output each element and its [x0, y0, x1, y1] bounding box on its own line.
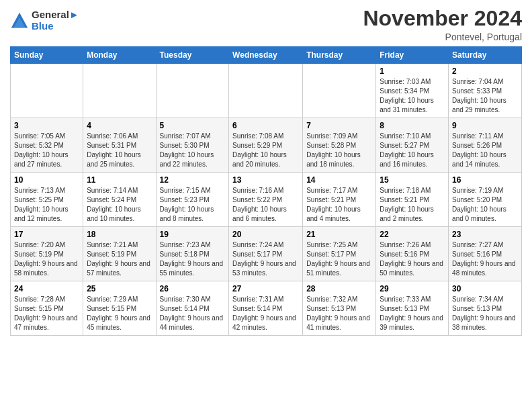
table-row: 3Sunrise: 7:05 AMSunset: 5:32 PMDaylight…	[11, 118, 83, 173]
day-number: 11	[87, 175, 152, 185]
title-block: November 2024 Pontevel, Portugal	[363, 7, 522, 42]
table-row: 16Sunrise: 7:19 AMSunset: 5:20 PMDayligh…	[449, 173, 522, 227]
day-number: 30	[452, 284, 518, 293]
table-row: 21Sunrise: 7:25 AMSunset: 5:17 PMDayligh…	[303, 227, 376, 281]
day-info: Sunrise: 7:11 AMSunset: 5:26 PMDaylight:…	[452, 132, 518, 169]
table-row: 23Sunrise: 7:27 AMSunset: 5:16 PMDayligh…	[449, 227, 522, 281]
table-row	[303, 64, 376, 118]
calendar-week-row: 17Sunrise: 7:20 AMSunset: 5:19 PMDayligh…	[11, 227, 522, 281]
table-row: 29Sunrise: 7:33 AMSunset: 5:13 PMDayligh…	[376, 281, 449, 336]
col-saturday: Saturday	[449, 47, 522, 64]
day-info: Sunrise: 7:27 AMSunset: 5:16 PMDaylight:…	[452, 240, 518, 278]
day-info: Sunrise: 7:03 AMSunset: 5:34 PMDaylight:…	[380, 77, 445, 115]
table-row: 26Sunrise: 7:30 AMSunset: 5:14 PMDayligh…	[156, 281, 229, 336]
day-info: Sunrise: 7:10 AMSunset: 5:27 PMDaylight:…	[380, 132, 445, 169]
table-row: 7Sunrise: 7:09 AMSunset: 5:28 PMDaylight…	[303, 118, 376, 173]
table-row: 4Sunrise: 7:06 AMSunset: 5:31 PMDaylight…	[83, 118, 156, 173]
day-number: 10	[14, 175, 79, 185]
calendar-table: Sunday Monday Tuesday Wednesday Thursday…	[10, 46, 522, 336]
day-number: 25	[87, 284, 152, 293]
day-info: Sunrise: 7:28 AMSunset: 5:15 PMDaylight:…	[14, 295, 79, 332]
table-row: 10Sunrise: 7:13 AMSunset: 5:25 PMDayligh…	[11, 173, 83, 227]
day-info: Sunrise: 7:26 AMSunset: 5:16 PMDaylight:…	[380, 240, 445, 278]
col-sunday: Sunday	[11, 47, 83, 64]
day-info: Sunrise: 7:21 AMSunset: 5:19 PMDaylight:…	[87, 240, 152, 278]
day-number: 13	[232, 175, 299, 185]
day-info: Sunrise: 7:32 AMSunset: 5:13 PMDaylight:…	[306, 295, 372, 332]
day-info: Sunrise: 7:06 AMSunset: 5:31 PMDaylight:…	[87, 132, 152, 169]
day-number: 23	[452, 230, 518, 239]
table-row	[156, 64, 229, 118]
day-number: 15	[380, 175, 445, 185]
table-row	[229, 64, 303, 118]
table-row: 19Sunrise: 7:23 AMSunset: 5:18 PMDayligh…	[156, 227, 229, 281]
day-number: 14	[306, 175, 372, 185]
table-row: 13Sunrise: 7:16 AMSunset: 5:22 PMDayligh…	[229, 173, 303, 227]
day-info: Sunrise: 7:34 AMSunset: 5:13 PMDaylight:…	[452, 295, 518, 332]
day-number: 17	[14, 230, 79, 239]
table-row: 27Sunrise: 7:31 AMSunset: 5:14 PMDayligh…	[229, 281, 303, 336]
day-number: 4	[87, 121, 152, 130]
table-row	[83, 64, 156, 118]
col-monday: Monday	[83, 47, 156, 64]
table-row: 9Sunrise: 7:11 AMSunset: 5:26 PMDaylight…	[449, 118, 522, 173]
table-row: 14Sunrise: 7:17 AMSunset: 5:21 PMDayligh…	[303, 173, 376, 227]
day-number: 2	[452, 66, 518, 76]
table-row: 25Sunrise: 7:29 AMSunset: 5:15 PMDayligh…	[83, 281, 156, 336]
day-number: 24	[14, 284, 79, 293]
col-friday: Friday	[376, 47, 449, 64]
day-info: Sunrise: 7:29 AMSunset: 5:15 PMDaylight:…	[87, 295, 152, 332]
day-info: Sunrise: 7:15 AMSunset: 5:23 PMDaylight:…	[160, 186, 226, 224]
day-info: Sunrise: 7:30 AMSunset: 5:14 PMDaylight:…	[160, 295, 226, 332]
calendar-header-row: Sunday Monday Tuesday Wednesday Thursday…	[11, 47, 522, 64]
table-row: 12Sunrise: 7:15 AMSunset: 5:23 PMDayligh…	[156, 173, 229, 227]
day-number: 3	[14, 121, 79, 130]
table-row: 11Sunrise: 7:14 AMSunset: 5:24 PMDayligh…	[83, 173, 156, 227]
calendar-week-row: 24Sunrise: 7:28 AMSunset: 5:15 PMDayligh…	[11, 281, 522, 336]
col-thursday: Thursday	[303, 47, 376, 64]
day-info: Sunrise: 7:08 AMSunset: 5:29 PMDaylight:…	[232, 132, 299, 169]
calendar-week-row: 1Sunrise: 7:03 AMSunset: 5:34 PMDaylight…	[11, 64, 522, 118]
day-number: 5	[160, 121, 226, 130]
table-row: 30Sunrise: 7:34 AMSunset: 5:13 PMDayligh…	[449, 281, 522, 336]
page: General► Blue November 2024 Pontevel, Po…	[0, 0, 532, 342]
month-title: November 2024	[363, 7, 522, 30]
table-row	[11, 64, 83, 118]
day-info: Sunrise: 7:04 AMSunset: 5:33 PMDaylight:…	[452, 77, 518, 115]
day-number: 16	[452, 175, 518, 185]
table-row: 18Sunrise: 7:21 AMSunset: 5:19 PMDayligh…	[83, 227, 156, 281]
day-info: Sunrise: 7:18 AMSunset: 5:21 PMDaylight:…	[380, 186, 445, 224]
day-number: 9	[452, 121, 518, 130]
day-number: 28	[306, 284, 372, 293]
logo: General► Blue	[10, 9, 79, 32]
table-row: 22Sunrise: 7:26 AMSunset: 5:16 PMDayligh…	[376, 227, 449, 281]
logo-text: General► Blue	[32, 9, 79, 32]
table-row: 24Sunrise: 7:28 AMSunset: 5:15 PMDayligh…	[11, 281, 83, 336]
day-number: 26	[160, 284, 226, 293]
day-info: Sunrise: 7:33 AMSunset: 5:13 PMDaylight:…	[380, 295, 445, 332]
logo-icon	[10, 11, 29, 30]
table-row: 17Sunrise: 7:20 AMSunset: 5:19 PMDayligh…	[11, 227, 83, 281]
table-row: 1Sunrise: 7:03 AMSunset: 5:34 PMDaylight…	[376, 64, 449, 118]
day-number: 20	[232, 230, 299, 239]
day-number: 21	[306, 230, 372, 239]
table-row: 8Sunrise: 7:10 AMSunset: 5:27 PMDaylight…	[376, 118, 449, 173]
day-info: Sunrise: 7:20 AMSunset: 5:19 PMDaylight:…	[14, 240, 79, 278]
col-tuesday: Tuesday	[156, 47, 229, 64]
day-info: Sunrise: 7:13 AMSunset: 5:25 PMDaylight:…	[14, 186, 79, 224]
day-info: Sunrise: 7:31 AMSunset: 5:14 PMDaylight:…	[232, 295, 299, 332]
day-number: 1	[380, 66, 445, 76]
day-info: Sunrise: 7:25 AMSunset: 5:17 PMDaylight:…	[306, 240, 372, 278]
table-row: 15Sunrise: 7:18 AMSunset: 5:21 PMDayligh…	[376, 173, 449, 227]
header: General► Blue November 2024 Pontevel, Po…	[10, 7, 522, 42]
table-row: 2Sunrise: 7:04 AMSunset: 5:33 PMDaylight…	[449, 64, 522, 118]
day-number: 8	[380, 121, 445, 130]
day-number: 18	[87, 230, 152, 239]
day-info: Sunrise: 7:05 AMSunset: 5:32 PMDaylight:…	[14, 132, 79, 169]
day-number: 27	[232, 284, 299, 293]
day-number: 6	[232, 121, 299, 130]
location: Pontevel, Portugal	[363, 32, 522, 42]
table-row: 6Sunrise: 7:08 AMSunset: 5:29 PMDaylight…	[229, 118, 303, 173]
table-row: 28Sunrise: 7:32 AMSunset: 5:13 PMDayligh…	[303, 281, 376, 336]
calendar-week-row: 3Sunrise: 7:05 AMSunset: 5:32 PMDaylight…	[11, 118, 522, 173]
